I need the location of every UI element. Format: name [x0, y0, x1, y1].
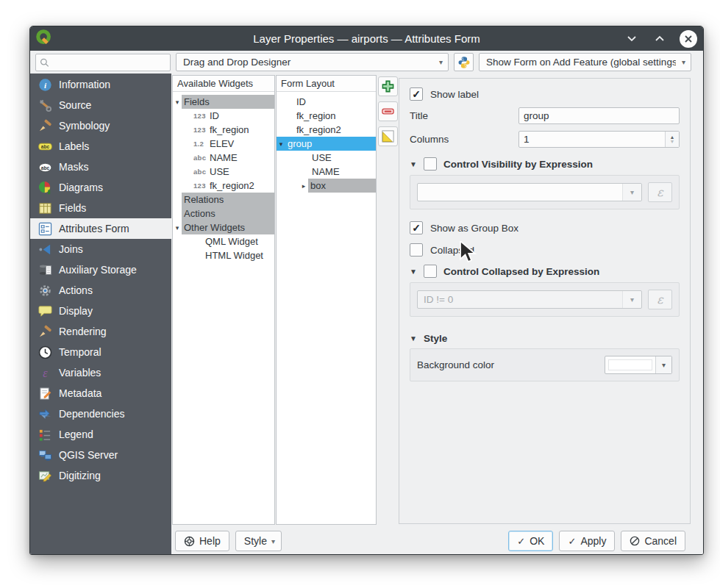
sidebar-item-source[interactable]: Source: [30, 95, 171, 115]
apply-button[interactable]: ✓Apply: [559, 531, 615, 551]
collapsed-expression-combo[interactable]: ID != 0 ▾: [417, 290, 642, 309]
chevron-collapsed-icon[interactable]: ▸: [299, 182, 308, 190]
background-color-label: Background color: [417, 359, 494, 370]
help-button[interactable]: Help: [175, 531, 229, 551]
title-input[interactable]: [518, 107, 680, 124]
search-box[interactable]: [35, 54, 171, 71]
green-plus-icon: [381, 79, 395, 93]
tree-row[interactable]: 123fk_region2: [173, 179, 274, 193]
tree-row[interactable]: 1.2ELEV: [173, 137, 274, 151]
chevron-expanded-icon[interactable]: ▾: [277, 140, 285, 148]
columns-spinbox[interactable]: [518, 131, 680, 148]
available-widgets-tree[interactable]: ▾Fields 123ID 123fk_region 1.2ELEV abcNA…: [173, 92, 274, 262]
sidebar-item-rendering[interactable]: Rendering: [30, 321, 171, 342]
sidebar-item-symbology[interactable]: Symbology: [30, 115, 171, 136]
tree-row[interactable]: abcNAME: [173, 151, 274, 165]
columns-label: Columns: [410, 134, 518, 145]
sidebar-item-display[interactable]: Display: [30, 301, 171, 321]
dialog-footer: Help Style ▾ ✓OK ✓Apply Cancel: [171, 529, 703, 553]
auxiliary-storage-icon: [38, 262, 52, 277]
sidebar-item-qgis-server[interactable]: QGIS Server: [30, 445, 171, 465]
invert-selection-button[interactable]: [378, 126, 398, 146]
tree-row[interactable]: HTML Widget: [173, 248, 274, 262]
red-minus-icon: [381, 104, 395, 118]
sidebar-item-metadata[interactable]: Metadata: [30, 383, 171, 404]
tree-row[interactable]: fk_region: [277, 109, 376, 123]
visibility-expression-combo[interactable]: ▾: [417, 183, 642, 201]
layer-properties-dialog: Layer Properties — airports — Attributes…: [29, 26, 704, 555]
expression-builder-button[interactable]: ε: [648, 182, 672, 202]
show-label-checkbox[interactable]: ✓: [410, 87, 423, 101]
attributes-form-icon: [38, 221, 52, 236]
sidebar-item-diagrams[interactable]: Diagrams: [30, 177, 171, 198]
yellow-triangle-icon: [381, 129, 395, 143]
collapsed-checkbox[interactable]: [410, 243, 423, 257]
sidebar-item-dependencies[interactable]: Dependencies: [30, 404, 171, 424]
ok-button[interactable]: ✓OK: [508, 531, 553, 551]
sidebar-item-labels[interactable]: abcLabels: [30, 136, 171, 157]
chevron-expanded-icon[interactable]: ▾: [173, 98, 182, 106]
tree-row[interactable]: Relations: [173, 193, 274, 207]
spin-down-icon[interactable]: ▼: [670, 140, 675, 144]
sidebar-item-actions[interactable]: Actions: [30, 280, 171, 301]
show-group-box-checkbox[interactable]: ✓: [410, 221, 423, 234]
remove-element-button[interactable]: [378, 101, 398, 121]
shade-icon[interactable]: [624, 31, 640, 47]
search-input[interactable]: [52, 57, 166, 68]
form-layout-tree[interactable]: ID fk_region fk_region2 ▾group USE NAME …: [277, 92, 376, 193]
visibility-section-title: Control Visibility by Expression: [443, 159, 593, 170]
sidebar-item-variables[interactable]: εVariables: [30, 362, 171, 383]
chevron-down-icon: ▾: [271, 537, 275, 545]
style-button[interactable]: Style ▾: [235, 531, 282, 551]
close-icon[interactable]: [680, 30, 697, 48]
tree-row[interactable]: Actions: [173, 207, 274, 220]
sidebar-item-information[interactable]: iInformation: [30, 74, 171, 95]
show-form-select[interactable]: Show Form on Add Feature (global setting…: [479, 53, 691, 71]
chevron-expanded-icon[interactable]: ▾: [173, 224, 182, 232]
designer-select[interactable]: Drag and Drop Designer ▾: [176, 53, 449, 71]
check-icon: ✓: [568, 536, 576, 547]
expression-builder-button[interactable]: ε: [648, 290, 672, 309]
labels-abc-icon: abc: [38, 139, 52, 154]
titlebar[interactable]: Layer Properties — airports — Attributes…: [30, 26, 703, 51]
sidebar-item-auxiliary-storage[interactable]: Auxiliary Storage: [30, 259, 171, 280]
window-title: Layer Properties — airports — Attributes…: [30, 32, 703, 45]
source-icon: [38, 98, 52, 112]
chevron-down-icon[interactable]: ▾: [655, 356, 671, 373]
section-chevron-icon[interactable]: ▼: [410, 334, 417, 343]
chevron-down-icon[interactable]: ▾: [622, 184, 641, 201]
tree-row[interactable]: ▸box: [277, 179, 376, 193]
background-color-button[interactable]: ▾: [605, 356, 672, 374]
section-chevron-icon[interactable]: ▼: [410, 160, 417, 168]
collapsed-expression-checkbox[interactable]: [424, 265, 437, 278]
tree-row[interactable]: fk_region2: [277, 123, 376, 137]
qgis-server-icon: [38, 448, 52, 462]
sidebar-item-temporal[interactable]: Temporal: [30, 342, 171, 362]
add-element-button[interactable]: [378, 76, 398, 96]
available-widgets-panel: Available Widgets ▾Fields 123ID 123fk_re…: [172, 75, 275, 525]
tree-row[interactable]: abcUSE: [173, 165, 274, 179]
python-init-button[interactable]: [454, 53, 474, 71]
style-frame: Background color ▾: [410, 348, 680, 381]
sidebar-item-legend[interactable]: Legend: [30, 424, 171, 445]
sidebar-item-joins[interactable]: Joins: [30, 239, 171, 259]
visibility-expression-checkbox[interactable]: [424, 157, 437, 171]
unshade-icon[interactable]: [652, 31, 668, 47]
cancel-button[interactable]: Cancel: [621, 531, 685, 551]
tree-row[interactable]: NAME: [277, 165, 376, 179]
section-chevron-icon[interactable]: ▼: [410, 268, 417, 276]
tree-row[interactable]: 123ID: [173, 109, 274, 123]
sidebar-item-digitizing[interactable]: Digitizing: [30, 465, 171, 486]
tree-row-selected[interactable]: ▾group: [277, 137, 376, 151]
available-widgets-header: Available Widgets: [173, 76, 274, 92]
tree-row[interactable]: QML Widget: [173, 234, 274, 248]
sidebar-item-attributes-form[interactable]: Attributes Form: [30, 218, 171, 239]
tree-row[interactable]: USE: [277, 151, 376, 165]
tree-row[interactable]: ▾Fields: [173, 95, 274, 109]
tree-row[interactable]: 123fk_region: [173, 123, 274, 137]
spinbox-arrows[interactable]: ▲▼: [665, 132, 679, 147]
tree-row[interactable]: ID: [277, 95, 376, 109]
tree-row[interactable]: ▾Other Widgets: [173, 220, 274, 234]
sidebar-item-fields[interactable]: Fields: [30, 198, 171, 218]
sidebar-item-masks[interactable]: abcMasks: [30, 157, 171, 177]
